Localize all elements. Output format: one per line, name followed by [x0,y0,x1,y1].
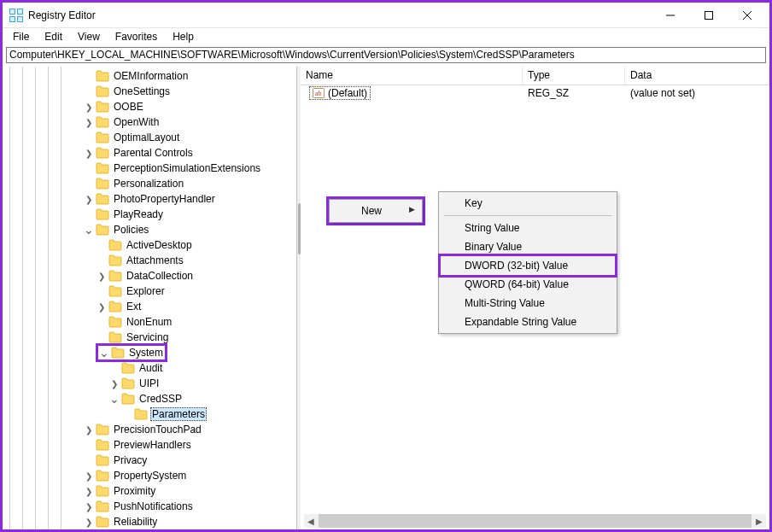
value-data: (value not set) [625,86,769,100]
list-pane[interactable]: Name Type Data ab (Default) [301,67,769,531]
tree-node[interactable]: ❯PropertySystem [3,468,296,483]
tree-node[interactable]: Personalization [3,176,296,191]
tree-node-label: PreviewHandlers [112,438,193,452]
tree-node[interactable]: NonEnum [3,314,296,330]
ctx-sub-multistring[interactable]: Multi-String Value [441,294,615,313]
close-button[interactable] [728,3,766,27]
tree-node[interactable]: ⌄Policies [3,222,296,237]
tree-pane[interactable]: OEMInformationOneSettings❯OOBE❯OpenWithO… [3,67,297,531]
menu-edit[interactable]: Edit [38,29,69,44]
maximize-button[interactable] [689,3,728,27]
tree-node-label: PropertySystem [112,469,188,482]
col-header-type[interactable]: Type [523,67,625,85]
tree-node[interactable]: ❯PrecisionTouchPad [3,422,296,437]
minimize-button[interactable] [651,3,689,27]
ctx-sub-dword[interactable]: DWORD (32-bit) Value [438,254,617,278]
hscroll-right[interactable]: ▶ [752,514,766,528]
twisty-icon[interactable]: ⌄ [98,348,110,357]
tree-node-label: OneSettings [112,85,172,98]
twisty-icon[interactable]: ❯ [83,102,95,112]
ctx-sub-key[interactable]: Key [441,194,615,213]
tree-node-label: OOBE [112,100,145,114]
folder-icon [96,70,109,82]
value-name: (Default) [328,87,367,99]
folder-icon [108,239,122,251]
tree-node[interactable]: Explorer [3,284,296,299]
window-title: Registry Editor [28,9,651,21]
minimize-icon [666,11,675,20]
twisty-icon[interactable]: ❯ [83,471,95,481]
twisty-icon[interactable]: ⌄ [83,225,95,234]
tree-node[interactable]: ❯PushNotifications [3,499,296,514]
address-bar[interactable]: Computer\HKEY_LOCAL_MACHINE\SOFTWARE\Mic… [6,47,766,63]
tree-node[interactable]: ❯Reliability [3,514,296,529]
tree-node[interactable]: ❯Ext [3,299,296,314]
tree-node-label: CredSSP [137,392,184,406]
twisty-icon[interactable]: ⌄ [108,395,120,403]
tree-node-label: PrecisionTouchPad [112,423,203,436]
tree-node[interactable]: OEMInformation [3,68,296,84]
tree-node-label: OptimalLayout [112,131,181,144]
regedit-app-icon [9,9,23,22]
tree-node[interactable]: ❯Proximity [3,483,296,499]
tree-node-label: Privacy [112,453,149,467]
folder-icon [96,454,109,466]
tree-node[interactable]: OneSettings [3,84,296,99]
twisty-icon[interactable]: ❯ [96,302,108,312]
twisty-icon[interactable]: ❯ [83,195,95,204]
tree-node[interactable]: PreviewHandlers [3,437,296,453]
tree-node[interactable]: Privacy [3,453,296,468]
tree-node[interactable]: ❯OOBE [3,99,296,114]
tree-node[interactable]: ⌄System [3,345,296,360]
hscrollbar[interactable]: ◀ ▶ [304,514,766,528]
tree-node-label: ActiveDesktop [125,238,194,252]
hscroll-thumb[interactable] [319,514,752,528]
hscroll-left[interactable]: ◀ [304,514,318,528]
folder-icon [96,116,109,128]
tree-node[interactable]: ❯OpenWith [3,114,296,130]
twisty-icon[interactable]: ❯ [83,425,95,435]
tree-node[interactable]: PlayReady [3,207,296,222]
tree-node-label: Servicing [125,330,170,344]
twisty-icon[interactable]: ❯ [83,487,95,496]
twisty-icon[interactable]: ❯ [83,502,95,512]
menu-help[interactable]: Help [166,29,201,44]
twisty-icon[interactable]: ❯ [83,517,95,527]
tree-node[interactable]: ActiveDesktop [3,237,296,253]
tree-node-label: PushNotifications [112,500,195,513]
tree-node[interactable]: Attachments [3,253,296,268]
col-header-name[interactable]: Name [301,67,523,85]
ctx-sub-qword[interactable]: QWORD (64-bit) Value [441,275,615,294]
list-row[interactable]: ab (Default) REG_SZ (value not set) [301,85,769,101]
ctx-new[interactable]: New [331,202,420,220]
twisty-icon[interactable]: ❯ [96,272,108,281]
tree-node[interactable]: ❯PhotoPropertyHandler [3,191,296,207]
tree-node[interactable]: ⌄CredSSP [3,391,296,406]
folder-icon [121,393,135,405]
tree-node-label: Reliability [112,515,159,529]
tree-node[interactable]: Parameters [3,406,296,422]
ctx-sub-expandstring[interactable]: Expandable String Value [441,313,615,331]
tree-node[interactable]: Audit [3,360,296,376]
folder-icon [96,516,109,528]
tree-node[interactable]: ❯UIPI [3,376,296,391]
tree-node[interactable]: OptimalLayout [3,130,296,145]
twisty-icon[interactable]: ❯ [83,149,95,158]
tree-node-label: Ext [125,300,143,313]
menu-file[interactable]: File [6,29,36,44]
value-type: REG_SZ [523,86,625,100]
menu-view[interactable]: View [71,29,107,44]
twisty-icon[interactable]: ❯ [83,118,95,127]
tree-node[interactable]: ❯DataCollection [3,268,296,284]
tree-node[interactable]: ❯Parental Controls [3,145,296,161]
twisty-icon[interactable]: ❯ [108,379,120,389]
col-header-data[interactable]: Data [625,67,769,85]
folder-icon [111,347,125,359]
tree-node[interactable]: PerceptionSimulationExtensions [3,161,296,176]
folder-icon [96,85,109,97]
list-header: Name Type Data [301,67,769,85]
ctx-sub-string[interactable]: String Value [441,219,615,237]
folder-icon [96,424,109,436]
tree-node-label: Policies [112,223,150,237]
menu-favorites[interactable]: Favorites [108,29,164,44]
